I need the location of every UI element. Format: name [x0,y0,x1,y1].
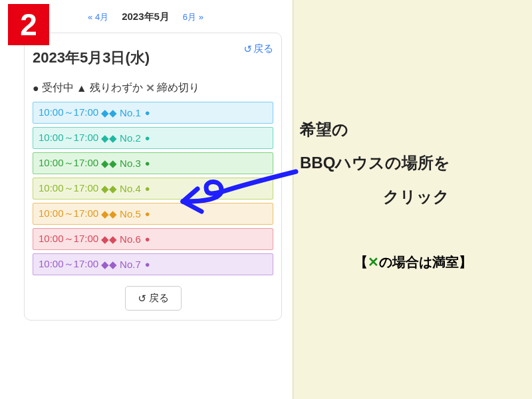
slot-name: No.3 [120,158,141,169]
diamond-icon: ◆◆ [101,132,117,144]
slot-name: No.1 [120,107,141,118]
diamond-icon: ◆◆ [101,183,117,195]
status-dot-icon: ● [145,158,150,168]
step-badge: 2 [8,4,49,45]
chevron-right-icon: » [199,12,203,22]
status-dot-icon: ● [145,108,150,118]
slot-time: 10:00～17:00 [39,207,98,220]
slot-list: 10:00～17:00◆◆No.1●10:00～17:00◆◆No.2●10:0… [33,102,273,275]
status-dot-icon: ● [145,133,150,143]
instruction-footnote: 【✕の場合は満室】 [293,253,532,271]
instruction-line2: BBQハウスの場所を [300,154,450,172]
triangle-icon: ▲ [76,82,87,94]
back-button-bottom[interactable]: ↻ 戻る [125,286,182,311]
x-icon: ✕ [145,82,154,94]
slot-row-2[interactable]: 10:00～17:00◆◆No.2● [33,127,273,149]
prev-month-link[interactable]: « 4月 [88,11,108,23]
date-heading: 2023年5月3日(水) [33,48,150,68]
day-card: 2023年5月3日(水) ↻ 戻る ●受付中 ▲残りわずか ✕締め切り 10:0… [24,33,282,321]
circle-icon: ● [33,82,39,94]
slot-name: No.6 [120,233,141,245]
slot-row-4[interactable]: 10:00～17:00◆◆No.4● [33,178,273,200]
instruction-panel: 希望の BBQハウスの場所を クリック 【✕の場合は満室】 [293,0,532,399]
reservation-panel: « 4月 2023年5月 6月 » 2023年5月3日(水) ↻ 戻る ●受付中… [16,4,275,390]
slot-time: 10:00～17:00 [39,132,98,144]
current-month: 2023年5月 [122,11,170,23]
slot-name: No.7 [120,259,141,270]
slot-time: 10:00～17:00 [39,233,98,245]
slot-time: 10:00～17:00 [39,106,98,119]
diamond-icon: ◆◆ [101,158,117,170]
month-navigation: « 4月 2023年5月 6月 » [16,11,275,23]
status-dot-icon: ● [145,259,150,269]
slot-row-6[interactable]: 10:00～17:00◆◆No.6● [33,228,273,250]
status-dot-icon: ● [145,184,150,194]
instruction-line3: クリック [300,180,532,213]
slot-time: 10:00～17:00 [39,258,98,271]
instruction-line1: 希望の [300,120,348,138]
slot-row-7[interactable]: 10:00～17:00◆◆No.7● [33,253,273,275]
undo-icon: ↻ [138,293,146,305]
slot-time: 10:00～17:00 [39,157,98,170]
diamond-icon: ◆◆ [101,208,117,220]
next-month-link[interactable]: 6月 » [183,11,203,23]
diamond-icon: ◆◆ [101,107,117,119]
status-dot-icon: ● [145,234,150,244]
slot-name: No.5 [120,208,141,219]
chevron-left-icon: « [88,12,92,22]
diamond-icon: ◆◆ [101,259,117,271]
status-legend: ●受付中 ▲残りわずか ✕締め切り [33,81,273,95]
slot-row-5[interactable]: 10:00～17:00◆◆No.5● [33,203,273,225]
status-dot-icon: ● [145,209,150,219]
x-mark-icon: ✕ [368,255,379,269]
slot-name: No.2 [120,132,141,144]
slot-time: 10:00～17:00 [39,182,98,195]
diamond-icon: ◆◆ [101,233,117,245]
back-link-top[interactable]: ↻ 戻る [243,43,273,55]
slot-name: No.4 [120,183,141,194]
instruction-text: 希望の BBQハウスの場所を クリック [300,113,532,213]
undo-icon: ↻ [243,43,252,55]
slot-row-1[interactable]: 10:00～17:00◆◆No.1● [33,102,273,124]
slot-row-3[interactable]: 10:00～17:00◆◆No.3● [33,152,273,174]
